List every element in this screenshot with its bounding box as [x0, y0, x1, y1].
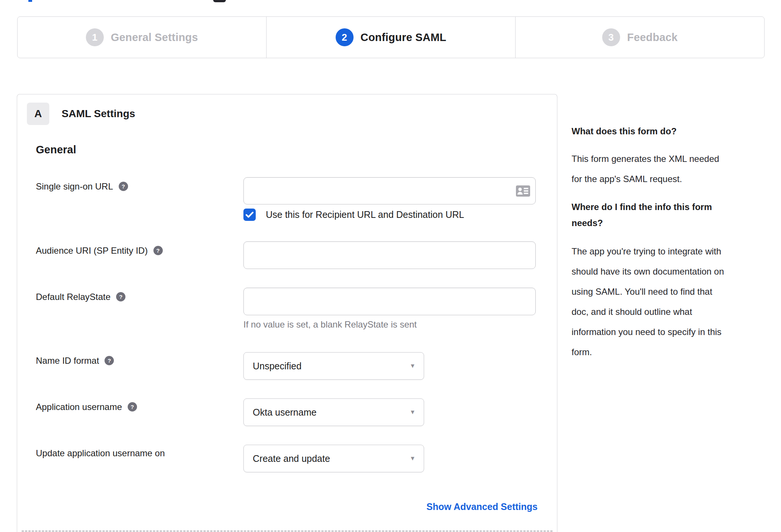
- relay-state-input[interactable]: [243, 288, 536, 315]
- label-text: Application username: [36, 402, 122, 412]
- sidebar-answer-1: This form generates the XML needed for t…: [572, 149, 719, 189]
- help-icon[interactable]: ?: [119, 182, 128, 191]
- chevron-down-icon: ▼: [410, 363, 416, 369]
- help-icon[interactable]: ?: [128, 402, 137, 411]
- saml-settings-panel: A SAML Settings General Single sign-on U…: [17, 94, 557, 532]
- text-line: needs?: [572, 215, 712, 231]
- name-id-format-select[interactable]: Unspecified ▼: [243, 352, 424, 380]
- sidebar-question-2: Where do I find the info this form needs…: [572, 199, 712, 231]
- audience-uri-input-wrap: [243, 241, 536, 269]
- application-username-label: Application username ?: [36, 401, 137, 413]
- show-advanced-settings-link[interactable]: Show Advanced Settings: [426, 501, 538, 512]
- relay-state-label: Default RelayState ?: [36, 291, 125, 303]
- update-username-select[interactable]: Create and update ▼: [243, 445, 424, 472]
- text-line: form.: [572, 342, 724, 362]
- sidebar-answer-2: The app you're trying to integrate with …: [572, 241, 724, 362]
- text-line: using SAML. You'll need to find that: [572, 282, 724, 302]
- help-icon[interactable]: ?: [105, 356, 114, 365]
- relay-state-input-wrap: [243, 288, 536, 315]
- sso-url-input[interactable]: [243, 177, 536, 204]
- step-label: General Settings: [111, 31, 198, 44]
- use-for-recipient-label[interactable]: Use this for Recipient URL and Destinati…: [266, 209, 464, 221]
- step-label: Configure SAML: [361, 31, 446, 44]
- use-for-recipient-checkbox[interactable]: [243, 209, 256, 221]
- relay-state-hint: If no value is set, a blank RelayState i…: [243, 319, 417, 330]
- help-icon[interactable]: ?: [153, 246, 163, 255]
- label-text: Single sign-on URL: [36, 181, 113, 192]
- text-line: The app you're trying to integrate with: [572, 241, 724, 262]
- select-value: Okta username: [253, 407, 317, 418]
- chevron-down-icon: ▼: [410, 456, 416, 461]
- audience-uri-input[interactable]: [243, 241, 536, 269]
- clipped-blue-fragment: [28, 0, 32, 2]
- sso-url-label: Single sign-on URL ?: [36, 180, 128, 193]
- sidebar-question-1: What does this form do?: [572, 123, 676, 139]
- checkmark-icon: [246, 212, 253, 218]
- label-text: Audience URI (SP Entity ID): [36, 245, 148, 256]
- select-value: Create and update: [253, 453, 330, 464]
- text-line: should have its own documentation on: [572, 262, 724, 282]
- text-line: doc, and it should outline what: [572, 302, 724, 322]
- help-icon[interactable]: ?: [116, 292, 125, 301]
- text-line: information you need to specify in this: [572, 322, 724, 342]
- label-text: Name ID format: [36, 356, 99, 366]
- step-number-badge: 1: [86, 28, 104, 46]
- text-line: for the app's SAML request.: [572, 169, 719, 189]
- select-value: Unspecified: [253, 361, 302, 372]
- update-username-label: Update application username on: [36, 447, 165, 459]
- clipped-icon-fragment: [213, 0, 226, 2]
- label-text: Default RelayState: [36, 292, 111, 302]
- help-sidebar: What does this form do? This form genera…: [572, 0, 728, 532]
- text-line: Where do I find the info this form: [572, 199, 712, 215]
- name-id-format-label: Name ID format ?: [36, 354, 114, 367]
- step-general-settings[interactable]: 1 General Settings: [18, 17, 266, 58]
- panel-title: SAML Settings: [62, 108, 135, 120]
- section-divider: [22, 531, 553, 532]
- label-text: Update application username on: [36, 448, 165, 459]
- general-section-title: General: [36, 144, 76, 156]
- step-number-badge: 2: [336, 28, 354, 46]
- text-line: This form generates the XML needed: [572, 149, 719, 169]
- contact-card-icon: [516, 185, 530, 197]
- step-configure-saml[interactable]: 2 Configure SAML: [266, 17, 515, 58]
- sso-url-input-wrap: [243, 177, 536, 204]
- section-a-badge: A: [27, 103, 49, 125]
- application-username-select[interactable]: Okta username ▼: [243, 398, 424, 426]
- audience-uri-label: Audience URI (SP Entity ID) ?: [36, 244, 163, 257]
- chevron-down-icon: ▼: [410, 409, 416, 415]
